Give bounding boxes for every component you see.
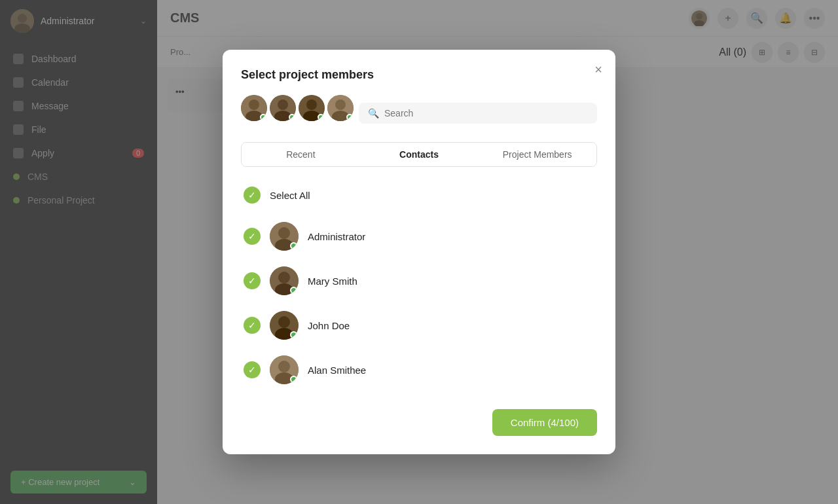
contact-list: ✓ Administrator ✓ Mary Smith ✓ <box>241 215 597 391</box>
online-indicator <box>289 114 295 120</box>
contact-name: Mary Smith <box>308 276 357 287</box>
select-all-check: ✓ <box>244 187 261 204</box>
select-members-modal: Select project members × <box>223 50 615 454</box>
check-icon: ✓ <box>244 228 261 245</box>
check-icon: ✓ <box>244 272 261 289</box>
svg-point-25 <box>278 316 290 328</box>
select-all-row[interactable]: ✓ Select All <box>241 180 597 210</box>
svg-point-28 <box>278 361 290 372</box>
search-input[interactable] <box>384 108 588 118</box>
contact-avatar <box>270 222 299 251</box>
contact-name: Administrator <box>308 231 365 242</box>
svg-point-7 <box>249 99 259 110</box>
contact-name: John Doe <box>308 320 350 331</box>
svg-point-19 <box>278 227 290 239</box>
contact-avatar <box>270 311 299 340</box>
contact-row-mary[interactable]: ✓ Mary Smith <box>241 260 597 302</box>
tab-contacts[interactable]: Contacts <box>360 143 479 166</box>
close-button[interactable]: × <box>594 63 602 76</box>
contact-row-admin[interactable]: ✓ Administrator <box>241 215 597 257</box>
tab-bar: Recent Contacts Project Members <box>241 142 597 167</box>
online-indicator <box>290 376 297 383</box>
check-icon: ✓ <box>244 361 261 378</box>
contact-name: Alan Smithee <box>308 365 366 376</box>
selected-avatars <box>241 95 354 121</box>
contact-avatar <box>270 266 299 295</box>
online-indicator <box>290 242 297 249</box>
select-all-label: Select All <box>270 190 310 201</box>
svg-point-13 <box>306 99 317 110</box>
selected-avatar-4 <box>327 95 354 121</box>
svg-point-16 <box>335 99 346 110</box>
search-bar: 🔍 <box>359 103 597 124</box>
online-indicator <box>346 114 353 120</box>
tab-project-members[interactable]: Project Members <box>478 143 596 166</box>
online-indicator <box>290 287 297 294</box>
selected-avatar-1 <box>241 95 267 121</box>
selected-avatar-3 <box>299 95 325 121</box>
modal-overlay: Select project members × <box>0 0 838 504</box>
online-indicator <box>318 114 324 120</box>
online-indicator <box>290 331 297 338</box>
online-indicator <box>260 114 266 120</box>
search-icon: 🔍 <box>368 108 379 118</box>
svg-point-10 <box>278 99 288 110</box>
selected-avatar-2 <box>270 95 296 121</box>
check-icon: ✓ <box>244 317 261 334</box>
confirm-button[interactable]: Confirm (4/100) <box>492 409 597 436</box>
contact-row-alan[interactable]: ✓ Alan Smithee <box>241 349 597 391</box>
contact-avatar <box>270 355 299 384</box>
tab-recent[interactable]: Recent <box>242 143 360 166</box>
modal-title: Select project members <box>241 68 597 82</box>
svg-point-22 <box>278 272 290 283</box>
contact-row-john[interactable]: ✓ John Doe <box>241 304 597 346</box>
